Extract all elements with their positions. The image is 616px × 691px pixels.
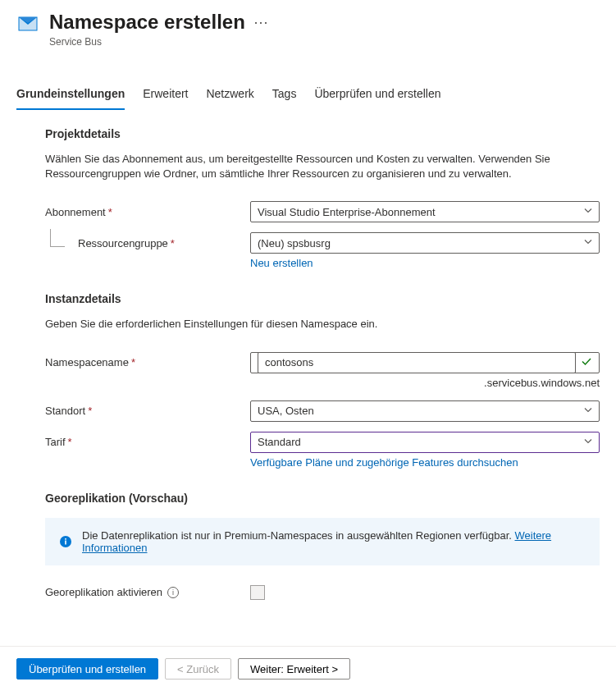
next-button[interactable]: Weiter: Erweitert >: [238, 658, 350, 680]
georeplication-checkbox: [250, 585, 265, 600]
instance-details-desc: Geben Sie die erforderlichen Einstellung…: [45, 317, 570, 332]
check-icon: [581, 355, 592, 369]
resource-group-select[interactable]: (Neu) spsbusrg: [250, 232, 600, 254]
info-text: Die Datenreplikation ist nur in Premium-…: [82, 529, 515, 542]
svg-rect-5: [65, 538, 66, 540]
resource-group-label: Ressourcengruppe*: [45, 237, 250, 249]
tabs: Grundeinstellungen Erweitert Netzwerk Ta…: [0, 80, 616, 111]
review-create-button[interactable]: Überprüfen und erstellen: [16, 658, 158, 680]
location-select[interactable]: USA, Osten: [250, 400, 600, 422]
info-box: Die Datenreplikation ist nur in Premium-…: [45, 518, 600, 565]
browse-plans-link[interactable]: Verfügbare Pläne und zugehörige Features…: [250, 456, 518, 469]
tier-select[interactable]: Standard: [250, 432, 600, 453]
georeplication-enable-label: Georeplikation aktivieren i: [45, 586, 250, 598]
namespace-suffix: .servicebus.windows.net: [250, 377, 600, 389]
page-header: Namespace erstellen ⋯ Service Bus: [0, 0, 616, 48]
project-details-heading: Projektdetails: [45, 127, 600, 140]
footer: Überprüfen und erstellen < Zurück Weiter…: [0, 646, 616, 691]
tab-tags[interactable]: Tags: [272, 80, 297, 110]
tier-label: Tarif*: [45, 436, 250, 448]
create-new-rg-link[interactable]: Neu erstellen: [250, 257, 313, 269]
svg-rect-4: [65, 540, 66, 544]
namespace-name-label: Namespacename*: [45, 356, 250, 368]
instance-details-heading: Instanzdetails: [45, 292, 600, 305]
georeplication-heading: Georeplikation (Vorschau): [45, 492, 600, 505]
tab-review[interactable]: Überprüfen und erstellen: [314, 80, 440, 110]
help-icon[interactable]: i: [167, 587, 179, 598]
namespace-name-input[interactable]: contosons: [258, 352, 576, 373]
tab-networking[interactable]: Netzwerk: [206, 80, 253, 110]
page-subtitle: Service Bus: [49, 36, 600, 48]
service-bus-icon: [16, 11, 39, 34]
location-label: Standort*: [45, 405, 250, 417]
subscription-label: Abonnement*: [45, 206, 250, 218]
page-title: Namespace erstellen: [49, 11, 245, 34]
tab-basics[interactable]: Grundeinstellungen: [16, 80, 125, 110]
project-details-desc: Wählen Sie das Abonnement aus, um bereit…: [45, 152, 570, 181]
info-icon: [59, 535, 72, 548]
tab-advanced[interactable]: Erweitert: [143, 80, 188, 110]
subscription-select[interactable]: Visual Studio Enterprise-Abonnement: [250, 201, 600, 222]
back-button: < Zurück: [165, 658, 231, 680]
more-actions-button[interactable]: ⋯: [250, 10, 271, 34]
